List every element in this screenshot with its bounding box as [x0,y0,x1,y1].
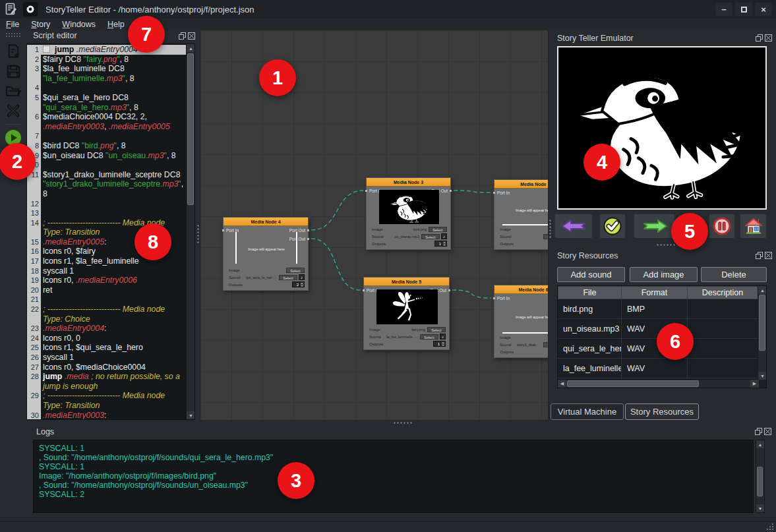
scroll-down-icon[interactable]: ▼ [187,411,195,419]
previous-button[interactable] [554,214,593,239]
select-sound-button[interactable]: Select [543,234,549,239]
port-in[interactable]: Port In [497,191,510,195]
scroll-up-icon[interactable]: ▲ [187,44,195,52]
table-row[interactable]: la_fee_luminelle.mp3WAV [558,359,766,378]
save-button[interactable] [4,62,22,80]
media-node[interactable]: Media Node 4Port InPort OutPort OutImage… [223,217,309,291]
media-node[interactable]: Media NodePort InPort OutImage will appe… [494,179,549,250]
code-text [41,199,186,209]
add-image-button[interactable]: Add image [630,267,698,282]
select-image-button[interactable]: Select [427,327,446,332]
scroll-left-icon[interactable]: ◀ [558,380,566,388]
column-header-file[interactable]: File [558,286,622,299]
next-button[interactable] [634,214,675,239]
resize-grip[interactable] [765,522,774,531]
column-header-description[interactable]: Description [688,286,758,299]
select-sound-button[interactable]: Select [421,234,440,239]
node-sound-row: Soundun_oiseau.mp3Select♪ [372,233,447,240]
port-in[interactable]: Port In [226,228,239,233]
close-icon[interactable] [188,32,195,40]
media-node[interactable]: Media Node 6Port InPort OutImage will ap… [494,285,549,358]
code-text: lcons r1, $qui_sera_le_hero [41,343,186,353]
table-horizontal-scrollbar[interactable]: ◀ ▶ [558,379,759,388]
scroll-thumb[interactable] [757,467,763,496]
menu-item-windows[interactable]: Windows [56,18,102,30]
scroll-up-icon[interactable]: ▲ [756,440,764,448]
spin-arrows-icon[interactable]: ▲▼ [441,341,446,347]
media-node[interactable]: Media Node 3Port InPort OutImagebird.png… [366,177,451,250]
new-file-button[interactable] [4,42,22,61]
minimize-button[interactable]: − [715,3,732,16]
sound-file-name: story1_drako_luminelle_sceptre.mp3 [517,343,541,347]
node-connection-wire [311,191,363,230]
speaker-icon[interactable]: ♪ [299,274,305,280]
splitter-grip[interactable] [393,421,413,425]
spin-arrows-icon[interactable]: ▲▼ [300,281,305,287]
menu-item-story[interactable]: Story [25,18,56,30]
code-editor[interactable]: 1jump .mediaEntry00042$fairy DC8 "fairy.… [26,44,195,420]
code-line: 24lcons r0, 0 [27,334,186,343]
open-button[interactable] [4,82,22,100]
speaker-icon[interactable]: ♪ [440,334,446,340]
column-header-format[interactable]: Format [622,286,688,299]
scroll-down-icon[interactable]: ▼ [758,372,767,380]
scroll-thumb[interactable] [567,380,699,387]
float-icon[interactable] [755,428,762,435]
tab-virtual-machine[interactable]: Virtual Machine [551,403,624,420]
media-node[interactable]: Media Node 5Port InPort OutImagefairy.pn… [363,277,450,350]
speaker-icon[interactable]: ♪ [441,233,447,239]
select-sound-button[interactable]: Select [543,342,549,347]
scroll-right-icon[interactable]: ▶ [750,380,759,388]
outputs-spinbox[interactable]: 1▲▼ [434,241,447,247]
code-line: 30.mediaEntry0003: [27,411,186,419]
select-image-button[interactable]: Select [429,227,447,232]
log-output[interactable]: SYSCALL: 1, Sound: "/home/anthony/ostpro… [33,440,754,513]
close-icon[interactable] [764,428,771,435]
outputs-spinbox[interactable]: 1▲▼ [433,341,446,347]
app-logo-icon [23,2,38,16]
port-in[interactable]: Port In [497,296,510,301]
select-image-button[interactable]: Select [286,268,305,273]
pause-button[interactable] [709,214,735,239]
code-text: syscall 1 [41,353,186,363]
outputs-spinbox[interactable]: 2▲▼ [292,281,305,287]
maximize-button[interactable] [735,3,752,16]
float-icon[interactable] [756,34,763,42]
scroll-thumb[interactable] [759,295,765,351]
editor-scrollbar[interactable]: ▲ ▼ [186,44,194,419]
menu-item-help[interactable]: Help [102,18,131,30]
menu-item-file[interactable]: File [0,18,25,30]
delete-button[interactable]: Delete [701,267,767,282]
close-icon[interactable] [765,34,772,42]
code-line: 20ret [27,285,186,295]
add-sound-button[interactable]: Add sound [557,267,625,282]
code-line: 13 [27,208,186,218]
spin-arrows-icon[interactable]: ▲▼ [442,241,447,247]
build-button[interactable] [4,102,22,120]
scroll-up-icon[interactable]: ▲ [758,286,767,294]
home-button[interactable] [740,214,767,239]
splitter-grip[interactable] [196,224,200,244]
logs-scrollbar[interactable]: ▲ ▼ [756,440,765,513]
select-sound-button[interactable]: Select [279,275,297,280]
node-connection-wire [452,290,491,298]
scroll-down-icon[interactable]: ▼ [756,504,764,512]
float-icon[interactable] [179,32,186,40]
table-cell [688,299,758,318]
scroll-thumb[interactable] [187,53,194,205]
table-row[interactable]: bird.pngBMP [558,299,766,319]
table-cell: WAV [622,359,688,378]
toolbar-grip[interactable] [5,32,21,37]
line-number: 5 [27,93,41,112]
node-graph-canvas[interactable]: Media Node 4Port InPort OutPort OutImage… [200,30,549,420]
ok-button[interactable] [599,214,626,239]
close-icon[interactable] [765,252,772,259]
tab-story-resources[interactable]: Story Resources [625,403,699,420]
code-text: .mediaEntry0003: [41,411,186,419]
code-text: $fairy DC8 "fairy.png", 8 [41,55,186,65]
table-vertical-scrollbar[interactable]: ▲ ▼ [758,286,766,380]
sound-file-name: un_oiseau.mp3 [389,235,419,239]
float-icon[interactable] [756,252,763,259]
select-sound-button[interactable]: Select [420,334,438,340]
close-button[interactable]: × [755,3,772,16]
